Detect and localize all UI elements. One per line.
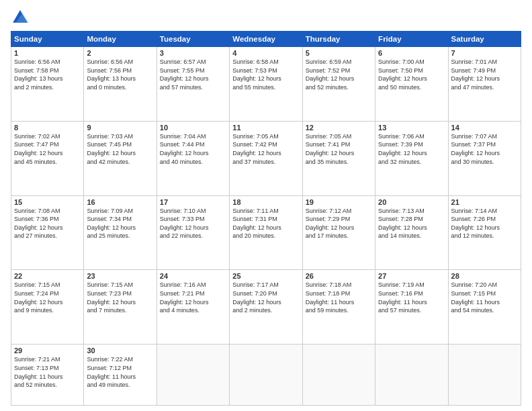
- calendar-cell: 26Sunrise: 7:18 AMSunset: 7:18 PMDayligh…: [302, 270, 375, 345]
- top-section: [11, 8, 521, 27]
- calendar-cell: 20Sunrise: 7:13 AMSunset: 7:28 PMDayligh…: [375, 195, 448, 270]
- day-info: Sunrise: 7:15 AMSunset: 7:23 PMDaylight:…: [87, 281, 153, 314]
- calendar-cell: 3Sunrise: 6:57 AMSunset: 7:55 PMDaylight…: [157, 47, 229, 122]
- day-info: Sunrise: 7:19 AMSunset: 7:16 PMDaylight:…: [378, 281, 445, 314]
- day-info: Sunrise: 7:04 AMSunset: 7:44 PMDaylight:…: [160, 132, 226, 166]
- day-number: 20: [378, 198, 445, 206]
- calendar-cell: [448, 345, 521, 406]
- day-info: Sunrise: 7:18 AMSunset: 7:18 PMDaylight:…: [306, 281, 372, 314]
- calendar-cell: 27Sunrise: 7:19 AMSunset: 7:16 PMDayligh…: [375, 270, 448, 345]
- calendar-cell: [302, 345, 375, 406]
- day-info: Sunrise: 7:14 AMSunset: 7:26 PMDaylight:…: [451, 207, 518, 240]
- calendar-cell: 14Sunrise: 7:07 AMSunset: 7:37 PMDayligh…: [448, 121, 521, 195]
- day-number: 7: [451, 49, 518, 57]
- day-number: 26: [306, 272, 372, 280]
- calendar-cell: [230, 345, 302, 406]
- day-info: Sunrise: 7:05 AMSunset: 7:41 PMDaylight:…: [306, 132, 372, 166]
- day-info: Sunrise: 7:07 AMSunset: 7:37 PMDaylight:…: [451, 132, 518, 166]
- page: SundayMondayTuesdayWednesdayThursdayFrid…: [0, 0, 532, 411]
- calendar-cell: 5Sunrise: 6:59 AMSunset: 7:52 PMDaylight…: [302, 47, 375, 122]
- calendar-cell: 28Sunrise: 7:20 AMSunset: 7:15 PMDayligh…: [448, 270, 521, 345]
- day-number: 5: [306, 49, 372, 57]
- day-number: 10: [160, 124, 226, 132]
- day-info: Sunrise: 7:08 AMSunset: 7:36 PMDaylight:…: [14, 207, 81, 240]
- calendar-cell: 8Sunrise: 7:02 AMSunset: 7:47 PMDaylight…: [11, 121, 84, 195]
- day-info: Sunrise: 7:15 AMSunset: 7:24 PMDaylight:…: [14, 281, 81, 314]
- calendar-cell: 19Sunrise: 7:12 AMSunset: 7:29 PMDayligh…: [302, 195, 375, 270]
- calendar-cell: 7Sunrise: 7:01 AMSunset: 7:49 PMDaylight…: [448, 47, 521, 122]
- day-info: Sunrise: 7:17 AMSunset: 7:20 PMDaylight:…: [232, 281, 299, 314]
- day-info: Sunrise: 7:03 AMSunset: 7:45 PMDaylight:…: [87, 132, 153, 166]
- day-info: Sunrise: 6:58 AMSunset: 7:53 PMDaylight:…: [232, 58, 299, 91]
- day-number: 22: [14, 272, 81, 280]
- day-info: Sunrise: 7:16 AMSunset: 7:21 PMDaylight:…: [160, 281, 226, 314]
- day-number: 12: [306, 124, 372, 132]
- calendar-cell: 30Sunrise: 7:22 AMSunset: 7:12 PMDayligh…: [84, 345, 157, 406]
- calendar-cell: 6Sunrise: 7:00 AMSunset: 7:50 PMDaylight…: [375, 47, 448, 122]
- day-info: Sunrise: 7:01 AMSunset: 7:49 PMDaylight:…: [451, 58, 518, 91]
- calendar-cell: 13Sunrise: 7:06 AMSunset: 7:39 PMDayligh…: [375, 121, 448, 195]
- day-number: 28: [451, 272, 518, 280]
- day-info: Sunrise: 7:00 AMSunset: 7:50 PMDaylight:…: [378, 58, 445, 91]
- day-number: 4: [232, 49, 299, 57]
- day-number: 23: [87, 272, 153, 280]
- day-number: 15: [14, 198, 81, 206]
- day-info: Sunrise: 7:10 AMSunset: 7:33 PMDaylight:…: [160, 207, 226, 240]
- day-number: 1: [14, 49, 81, 57]
- day-number: 3: [160, 49, 226, 57]
- calendar-cell: 17Sunrise: 7:10 AMSunset: 7:33 PMDayligh…: [157, 195, 229, 270]
- calendar-header-wednesday: Wednesday: [230, 32, 302, 47]
- calendar-cell: 15Sunrise: 7:08 AMSunset: 7:36 PMDayligh…: [11, 195, 84, 270]
- day-number: 25: [232, 272, 299, 280]
- calendar-cell: 10Sunrise: 7:04 AMSunset: 7:44 PMDayligh…: [157, 121, 229, 195]
- calendar-cell: 16Sunrise: 7:09 AMSunset: 7:34 PMDayligh…: [84, 195, 157, 270]
- calendar-cell: 12Sunrise: 7:05 AMSunset: 7:41 PMDayligh…: [302, 121, 375, 195]
- calendar-header-saturday: Saturday: [448, 32, 521, 47]
- calendar-cell: 21Sunrise: 7:14 AMSunset: 7:26 PMDayligh…: [448, 195, 521, 270]
- day-number: 9: [87, 124, 153, 132]
- logo-icon: [11, 8, 30, 27]
- day-info: Sunrise: 7:09 AMSunset: 7:34 PMDaylight:…: [87, 207, 153, 240]
- day-info: Sunrise: 7:05 AMSunset: 7:42 PMDaylight:…: [232, 132, 299, 166]
- day-number: 14: [451, 124, 518, 132]
- day-info: Sunrise: 7:11 AMSunset: 7:31 PMDaylight:…: [232, 207, 299, 240]
- calendar-table: SundayMondayTuesdayWednesdayThursdayFrid…: [11, 31, 521, 406]
- day-info: Sunrise: 6:59 AMSunset: 7:52 PMDaylight:…: [306, 58, 372, 91]
- day-number: 27: [378, 272, 445, 280]
- day-info: Sunrise: 6:56 AMSunset: 7:58 PMDaylight:…: [14, 58, 81, 91]
- calendar-cell: 22Sunrise: 7:15 AMSunset: 7:24 PMDayligh…: [11, 270, 84, 345]
- calendar-header-sunday: Sunday: [11, 32, 84, 47]
- day-info: Sunrise: 7:02 AMSunset: 7:47 PMDaylight:…: [14, 132, 81, 166]
- calendar-cell: 2Sunrise: 6:56 AMSunset: 7:56 PMDaylight…: [84, 47, 157, 122]
- calendar-cell: 29Sunrise: 7:21 AMSunset: 7:13 PMDayligh…: [11, 345, 84, 406]
- day-number: 17: [160, 198, 226, 206]
- calendar-cell: [157, 345, 229, 406]
- day-info: Sunrise: 7:20 AMSunset: 7:15 PMDaylight:…: [451, 281, 518, 314]
- day-info: Sunrise: 7:13 AMSunset: 7:28 PMDaylight:…: [378, 207, 445, 240]
- calendar-cell: 11Sunrise: 7:05 AMSunset: 7:42 PMDayligh…: [230, 121, 302, 195]
- day-number: 30: [87, 347, 153, 355]
- day-info: Sunrise: 7:22 AMSunset: 7:12 PMDaylight:…: [87, 355, 153, 389]
- day-number: 19: [306, 198, 372, 206]
- calendar-cell: 1Sunrise: 6:56 AMSunset: 7:58 PMDaylight…: [11, 47, 84, 122]
- day-number: 16: [87, 198, 153, 206]
- day-number: 13: [378, 124, 445, 132]
- day-number: 11: [232, 124, 299, 132]
- calendar-cell: 24Sunrise: 7:16 AMSunset: 7:21 PMDayligh…: [157, 270, 229, 345]
- calendar-cell: [375, 345, 448, 406]
- calendar-cell: 18Sunrise: 7:11 AMSunset: 7:31 PMDayligh…: [230, 195, 302, 270]
- day-number: 6: [378, 49, 445, 57]
- day-number: 18: [232, 198, 299, 206]
- calendar-cell: 9Sunrise: 7:03 AMSunset: 7:45 PMDaylight…: [84, 121, 157, 195]
- calendar-cell: 4Sunrise: 6:58 AMSunset: 7:53 PMDaylight…: [230, 47, 302, 122]
- day-info: Sunrise: 7:12 AMSunset: 7:29 PMDaylight:…: [306, 207, 372, 240]
- calendar-header-monday: Monday: [84, 32, 157, 47]
- day-number: 24: [160, 272, 226, 280]
- day-number: 21: [451, 198, 518, 206]
- day-number: 29: [14, 347, 81, 355]
- calendar-header-thursday: Thursday: [302, 32, 375, 47]
- calendar-cell: 23Sunrise: 7:15 AMSunset: 7:23 PMDayligh…: [84, 270, 157, 345]
- day-info: Sunrise: 7:06 AMSunset: 7:39 PMDaylight:…: [378, 132, 445, 166]
- day-number: 8: [14, 124, 81, 132]
- calendar-header-friday: Friday: [375, 32, 448, 47]
